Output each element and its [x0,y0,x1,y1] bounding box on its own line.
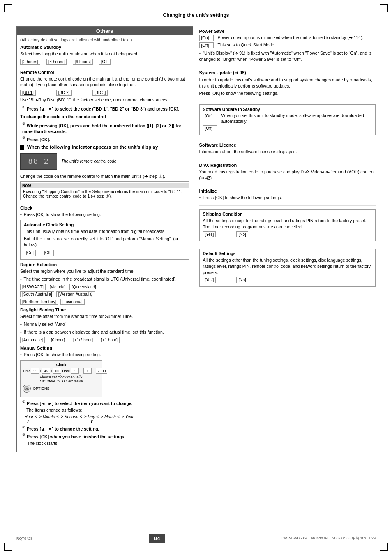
time-label: Time [23,369,31,373]
default-yes[interactable]: [Yes] [203,277,216,283]
remote-change-step3: ③ Press [OK]. [22,136,189,143]
manual-step2: ② Press [▲, ▼] to change the setting. [22,425,189,432]
factory-note: (All factory default settings are indica… [20,38,189,42]
region-note: • The time contained in the broadcast si… [20,276,189,282]
shipping-section: Shipping Condition All the settings exce… [199,209,376,245]
corner-mark-tr [380,4,388,12]
region-title: Region Selection [20,262,189,267]
manual-title: Manual Setting [20,345,189,350]
shipping-no[interactable]: [No] [236,231,248,237]
dst-1hour[interactable]: [+1 hour] [99,337,120,343]
region-queensland[interactable]: [Queensland] [69,284,98,290]
hour-box: 11 [31,368,39,374]
clock-instruction: Please set clock manually.OK: store RETU… [23,375,100,383]
dst-title: Daylight Saving Time [20,307,189,312]
corner-mark-bl [4,543,12,551]
page-title: Changing the unit's settings [16,12,376,20]
dst-auto[interactable]: [Automatic] [20,337,45,343]
power-save-section: Power Save [On] Power consumption is min… [199,29,376,67]
shipping-options: [Yes] [No] [203,231,372,237]
software-update-on-row: [On] When you set this unit to standby m… [203,113,372,124]
svg-text:OK: OK [25,387,29,390]
remote-note1: Use "Blu-Ray Disc (BD) 1", the factory s… [20,97,189,103]
remote-change-step2: ② While pressing [OK], press and hold th… [22,122,189,135]
region-victoria[interactable]: [Victoria] [48,284,68,290]
page-wrapper: Changing the unit's settings Others (All… [0,0,392,555]
indicator-header: When the following indicator appears on … [20,145,189,150]
auto-clock-title: Automatic Clock Setting [24,222,186,227]
month-box: 1 [83,368,92,374]
region-tasmania[interactable]: [Tasmania] [60,299,84,305]
power-save-off-row: [Off] This sets to Quick Start Mode. [199,42,376,48]
clock-starts: The clock starts. [27,440,189,447]
dst-note2: • If there is a gap between displayed ti… [20,329,189,335]
remote-change-steps: ② While pressing [OK], press and hold th… [22,122,189,143]
default-settings-desc: All the settings other than the tuning s… [203,257,372,275]
initialize-section: Initialize • Press [OK] to show the foll… [199,189,376,205]
shipping-box: Shipping Condition All the settings exce… [199,209,376,241]
power-save-note: • "Unit's Display" (➜ 91) is fixed with … [199,50,376,62]
standby-option-2hours[interactable]: [2 hours] [20,59,40,65]
hour-flow: Hour < > Minute < > Second < > Day < > M… [22,415,189,424]
standby-option-off[interactable]: [Off] [99,59,111,65]
auto-clock-off[interactable]: [Off] [42,250,54,256]
software-update-on-desc: When you set this unit to standby mode, … [221,113,372,124]
manual-desc: • Press [OK] to show the following setti… [20,352,189,358]
default-settings-box: Default Settings All the settings other … [199,249,376,287]
manual-setting: Manual Setting • Press [OK] to show the … [20,345,189,446]
remote-control-title: Remote Control [20,70,189,75]
dst-options: [Automatic] [0 hour] [+1/2 hour] [+1 hou… [20,337,189,343]
software-update-box: Software Update in Standby [On] When you… [199,104,376,135]
dst-0hour[interactable]: [0 hour] [49,337,67,343]
region-options: [NSW/ACT] [Victoria] [Queensland] [20,284,189,290]
power-save-on-desc: Power consumption is minimized when the … [218,35,376,41]
others-box: Others (All factory default settings are… [16,26,193,452]
main-content: Others (All factory default settings are… [16,26,376,452]
remote-option-bd1[interactable]: [BD 1] [20,90,36,96]
region-western-aus[interactable]: [Western Australia] [56,291,95,297]
region-south-aus[interactable]: [South Australia] [20,291,54,297]
auto-clock-desc2: But, if the time is not set correctly, s… [24,236,186,248]
black-square-icon [20,145,24,150]
auto-clock-box: Automatic Clock Setting This unit usuall… [20,220,189,260]
system-update-section: System Update (➜ 98) In order to update … [199,70,376,101]
default-no[interactable]: [No] [236,277,248,283]
year-box: 2009 [96,368,107,374]
clock-box-label: Clock [23,363,100,367]
remote-option-bd3[interactable]: [BD 3] [92,90,108,96]
default-settings-options: [Yes] [No] [203,277,372,283]
divider1 [20,67,189,67]
display-caption: The unit's remote control code [61,159,116,164]
unit-display: 88 2 [20,153,57,170]
manual-step1: ① Press [◄, ►] to select the item you wa… [22,399,189,406]
initialize-desc: • Press [OK] to show the following setti… [199,195,376,201]
date-boxes: 1 . 1 . 2009 [71,368,107,374]
default-settings-section: Default Settings All the settings other … [199,249,376,290]
region-northern[interactable]: [Northern Territory] [20,299,58,305]
divx-section: DivX Registration You need this registra… [199,163,376,185]
standby-option-6hours[interactable]: [6 hours] [73,59,93,65]
indicator-section: When the following indicator appears on … [20,145,189,201]
time-boxes: 11 : 45 : 00 [31,368,62,374]
remote-option-bd2[interactable]: [BD 2] [56,90,72,96]
clock-time-row: Time 11 : 45 : 00 Date 1 [23,368,100,374]
dst-half[interactable]: [+1/2 hour] [71,337,95,343]
clock-desc: • Press [OK] to show the following setti… [20,212,189,218]
software-update-off-row: [Off] [203,125,372,131]
standby-option-4hours[interactable]: [4 hours] [46,59,67,65]
indicator-note: Change the code on the remote control to… [20,173,189,180]
remote-control-desc: Change the remote control code on the ma… [20,76,189,88]
region-nsw[interactable]: [NSW/ACT] [20,284,46,290]
software-update-title: Software Update in Standby [203,107,372,112]
day-box: 1 [71,368,79,374]
auto-clock-options: [On] [Off] [24,250,186,256]
remote-icon: OK [23,385,31,393]
doc-code: RQT9428 [16,537,32,541]
shipping-yes[interactable]: [Yes] [203,231,216,237]
left-column: Others (All factory default settings are… [16,26,193,452]
sec-box: 00 [53,368,61,374]
page-number: 94 [149,534,165,543]
auto-clock-on[interactable]: [On] [24,250,36,256]
power-save-on-label: [On] [199,35,214,41]
clock-title: Clock [20,205,189,210]
